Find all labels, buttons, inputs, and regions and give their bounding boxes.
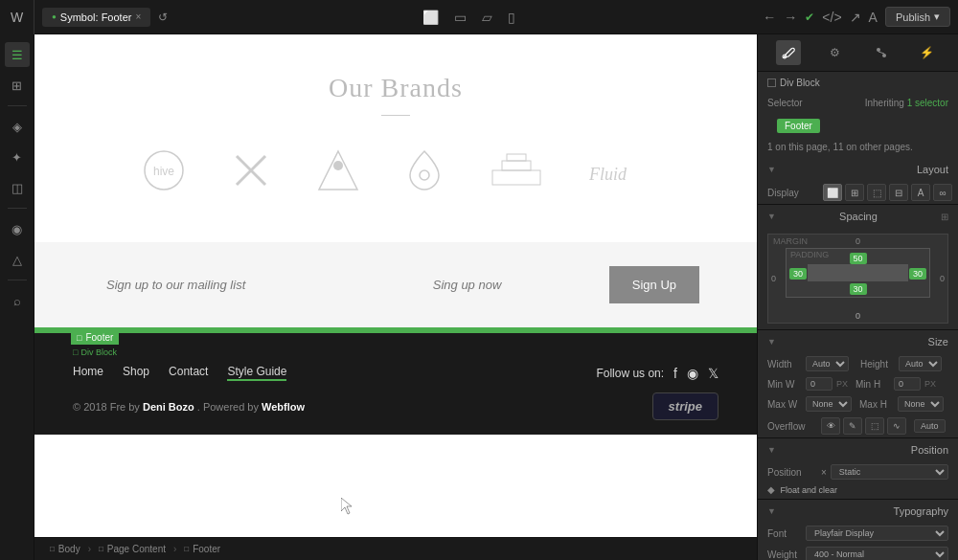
footer-nav-styleguide[interactable]: Style Guide xyxy=(227,365,286,381)
display-block-btn[interactable]: ⬜ xyxy=(823,184,842,201)
breadcrumb-footer-icon: □ xyxy=(184,545,189,553)
display-grid-btn[interactable]: ⊞ xyxy=(845,184,864,201)
weight-select[interactable]: 400 - Normal xyxy=(806,547,948,560)
footer-nav-contact[interactable]: Contact xyxy=(169,365,208,381)
div-block-checkbox[interactable] xyxy=(767,78,776,87)
footer-copyright: © 2018 Fre by Deni Bozo . Powered by Web… xyxy=(73,401,305,413)
rp-style-icon[interactable] xyxy=(776,40,801,65)
margin-right-val: 0 xyxy=(940,274,945,283)
selector-count-link[interactable]: 1 selector xyxy=(907,98,948,108)
footer-selector-tag[interactable]: Footer xyxy=(777,119,820,133)
breadcrumb-body-label: Body xyxy=(58,544,80,554)
footer-nav-home[interactable]: Home xyxy=(73,365,103,381)
maxw-row: Max W None Max H None xyxy=(758,393,958,414)
layout-section-header[interactable]: ▼ Layout xyxy=(758,158,958,181)
tablet-small-icon[interactable]: ▱ xyxy=(482,10,492,25)
nav-forward-button[interactable]: → xyxy=(784,10,797,25)
check-icon: ✔ xyxy=(805,11,814,24)
display-none-btn[interactable]: ∞ xyxy=(933,184,952,201)
width-select[interactable]: Auto xyxy=(806,356,849,371)
overflow-clip-btn[interactable]: ∿ xyxy=(887,417,906,435)
spacing-extra-btn[interactable]: ⊞ xyxy=(941,212,948,222)
margin-label: MARGIN xyxy=(773,236,808,246)
footer-webflow-link[interactable]: Webflow xyxy=(262,401,305,413)
weight-row: Weight 400 - Normal xyxy=(758,544,958,560)
margin-bottom-val: 0 xyxy=(855,311,860,321)
minw-row: Min W PX Min H PX xyxy=(758,374,958,393)
footer-top-row: Home Shop Contact Style Guide Follow us … xyxy=(73,365,718,381)
min-w-input[interactable] xyxy=(806,377,833,391)
right-panel: ⚙ ⚡ Div Block Selector Inheriting 1 sele… xyxy=(757,34,958,560)
padding-right-val[interactable]: 30 xyxy=(909,268,926,280)
max-w-select[interactable]: None xyxy=(806,396,852,412)
overflow-hidden-btn[interactable]: ⬚ xyxy=(865,417,884,435)
sidebar-icon-layers[interactable]: ☰ xyxy=(5,42,30,67)
rp-settings-icon[interactable]: ⚙ xyxy=(822,40,847,65)
twitter-icon[interactable]: 𝕏 xyxy=(708,366,718,381)
max-h-select[interactable]: None xyxy=(898,396,944,412)
overflow-visible-btn[interactable]: 👁 xyxy=(821,417,840,435)
signup-email-input[interactable] xyxy=(92,268,419,302)
facebook-icon[interactable]: f xyxy=(673,366,677,381)
overflow-auto-select[interactable]: Auto xyxy=(914,419,946,433)
logo-area[interactable]: W xyxy=(0,0,34,34)
min-w-label: Min W xyxy=(767,379,802,390)
sidebar-icon-assets[interactable]: ✦ xyxy=(5,145,30,169)
padding-top-val[interactable]: 50 xyxy=(849,253,866,264)
display-label: Display xyxy=(767,188,817,198)
rp-lightning-icon[interactable]: ⚡ xyxy=(915,40,940,65)
sidebar-icon-ecommerce[interactable]: ◉ xyxy=(5,216,30,241)
brands-divider xyxy=(381,115,410,116)
spacing-section-header[interactable]: ▼ Spacing ⊞ xyxy=(758,205,958,228)
svg-point-6 xyxy=(420,170,429,180)
sidebar-icon-symbols[interactable]: ◫ xyxy=(5,175,30,200)
refresh-icon[interactable]: ↺ xyxy=(158,11,168,24)
breadcrumb-body[interactable]: □ Body xyxy=(42,542,88,556)
breadcrumb-footer[interactable]: □ Footer xyxy=(176,542,228,556)
desktop-icon[interactable]: ⬜ xyxy=(422,10,439,25)
breadcrumb-page-content[interactable]: □ Page Content xyxy=(91,542,173,556)
active-tab[interactable]: ● Symbol: Footer × xyxy=(42,8,150,27)
selector-row: Selector Inheriting 1 selector xyxy=(758,94,958,112)
position-section-header[interactable]: ▼ Position xyxy=(758,438,958,461)
share-icon[interactable]: ↗ xyxy=(850,10,861,25)
footer-brand-name[interactable]: Deni Bozo xyxy=(143,401,194,413)
tablet-icon[interactable]: ▭ xyxy=(454,10,467,25)
min-h-input[interactable] xyxy=(894,377,921,391)
sidebar-icon-add[interactable]: ⊞ xyxy=(5,73,30,98)
display-icons: ⬜ ⊞ ⬚ ⊟ A ∞ xyxy=(823,184,952,201)
code-icon[interactable]: </> xyxy=(822,10,841,25)
mobile-icon[interactable]: ▯ xyxy=(508,10,515,25)
overflow-scroll-btn[interactable]: ✎ xyxy=(843,417,862,435)
typography-section-header[interactable]: ▼ Typography xyxy=(758,500,958,523)
footer-nav-shop[interactable]: Shop xyxy=(123,365,149,381)
padding-bottom-val[interactable]: 30 xyxy=(849,283,866,295)
svg-point-13 xyxy=(882,54,886,57)
signup-name-input[interactable] xyxy=(419,268,609,302)
height-select[interactable]: Auto xyxy=(899,356,942,371)
display-flex-btn[interactable]: ⬚ xyxy=(867,184,886,201)
nav-back-button[interactable]: ← xyxy=(763,10,776,25)
sidebar-icon-search[interactable]: ⌕ xyxy=(5,288,30,313)
sidebar-icon-cms[interactable]: ◈ xyxy=(5,114,30,139)
width-label: Width xyxy=(767,359,802,370)
size-section-header[interactable]: ▼ Size xyxy=(758,330,958,353)
font-select[interactable]: Playfair Display xyxy=(806,526,948,541)
signup-button[interactable]: Sign Up xyxy=(609,266,699,303)
svg-text:hive: hive xyxy=(153,165,174,178)
canvas-content[interactable]: Our Brands hive xyxy=(34,34,757,537)
max-h-label: Max H xyxy=(859,399,894,410)
rp-interactions-icon[interactable] xyxy=(869,40,894,65)
instagram-icon[interactable]: ◉ xyxy=(687,366,698,381)
display-inline-btn[interactable]: ⊟ xyxy=(889,184,908,201)
sidebar-icon-users[interactable]: △ xyxy=(5,247,30,272)
style-icon[interactable]: A xyxy=(869,10,878,25)
padding-left-val[interactable]: 30 xyxy=(789,268,807,280)
footer-bottom-row: © 2018 Fre by Deni Bozo . Powered by Web… xyxy=(73,392,718,420)
publish-button[interactable]: Publish ▾ xyxy=(885,7,950,27)
tab-close-icon[interactable]: × xyxy=(135,11,141,22)
float-clear-link[interactable]: Float and clear xyxy=(781,485,838,495)
display-text-btn[interactable]: A xyxy=(911,184,930,201)
position-select[interactable]: Static xyxy=(831,464,948,480)
canvas-area: Our Brands hive xyxy=(34,34,757,560)
